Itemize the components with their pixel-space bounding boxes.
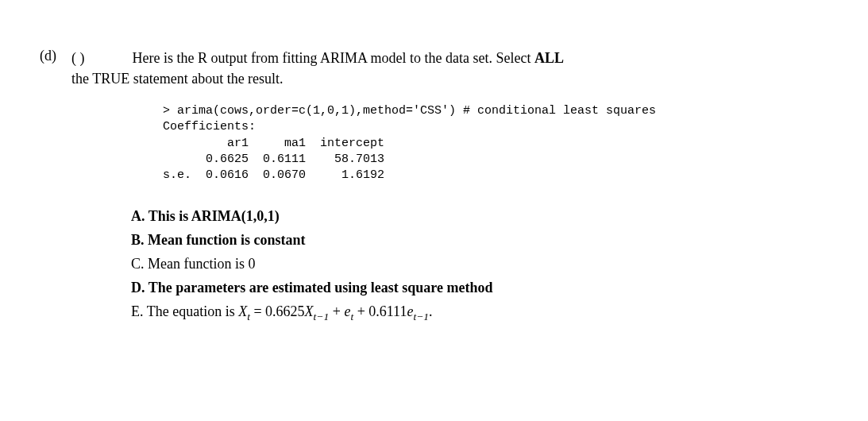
code-line-5: s.e. 0.0616 0.0670 1.6192	[163, 168, 384, 182]
choice-list: A. This is ARIMA(1,0,1) B. Mean function…	[131, 206, 828, 323]
choice-d: D. The parameters are estimated using le…	[131, 277, 828, 299]
math-eq: = 0.6625	[250, 303, 305, 319]
choice-a-text: This is ARIMA(1,0,1)	[149, 208, 280, 224]
question-intro: ( ) Here is the R output from fitting AR…	[71, 48, 828, 89]
choice-d-label: D.	[131, 277, 145, 299]
intro-all-bold: ALL	[534, 50, 564, 66]
choice-c-label: C.	[131, 253, 145, 276]
math-plus2: + 0.6111	[353, 303, 407, 319]
choice-c-text: Mean function is 0	[148, 256, 255, 272]
points-placeholder: ( )	[71, 48, 129, 68]
r-output-block: > arima(cows,order=c(1,0,1),method='CSS'…	[163, 103, 828, 183]
choice-b: B. Mean function is constant	[131, 230, 828, 252]
code-line-3: ar1 ma1 intercept	[163, 137, 384, 150]
intro-text-1: Here is the R output from fitting ARIMA …	[133, 50, 534, 66]
choice-e: E. The equation is Xt = 0.6625Xt−1 + et …	[131, 301, 828, 323]
math-period: .	[429, 303, 433, 319]
code-line-4: 0.6625 0.6111 58.7013	[163, 153, 384, 166]
choice-a-label: A.	[131, 206, 145, 228]
choice-c: C. Mean function is 0	[131, 253, 828, 276]
choice-a: A. This is ARIMA(1,0,1)	[131, 206, 828, 228]
code-line-2: Coefficients:	[163, 120, 256, 133]
choice-e-label: E.	[131, 301, 144, 323]
choice-e-prefix: The equation is	[147, 303, 238, 319]
question-item: (d) ( ) Here is the R output from fittin…	[40, 48, 828, 325]
question-label: (d)	[40, 48, 71, 64]
math-sub-tm1b: t−1	[413, 311, 429, 323]
choice-d-text: The parameters are estimated using least…	[149, 280, 493, 295]
choice-b-text: Mean function is constant	[148, 232, 306, 248]
intro-text-2: the TRUE statement about the result.	[71, 71, 284, 87]
math-var-x2: X	[305, 303, 314, 319]
question-body: ( ) Here is the R output from fitting AR…	[71, 48, 828, 325]
math-sub-tm1a: t−1	[314, 311, 330, 323]
choice-b-label: B.	[131, 230, 145, 252]
math-var-x1: X	[238, 303, 247, 319]
math-plus1: +	[329, 303, 344, 319]
code-line-1: > arima(cows,order=c(1,0,1),method='CSS'…	[163, 104, 656, 118]
